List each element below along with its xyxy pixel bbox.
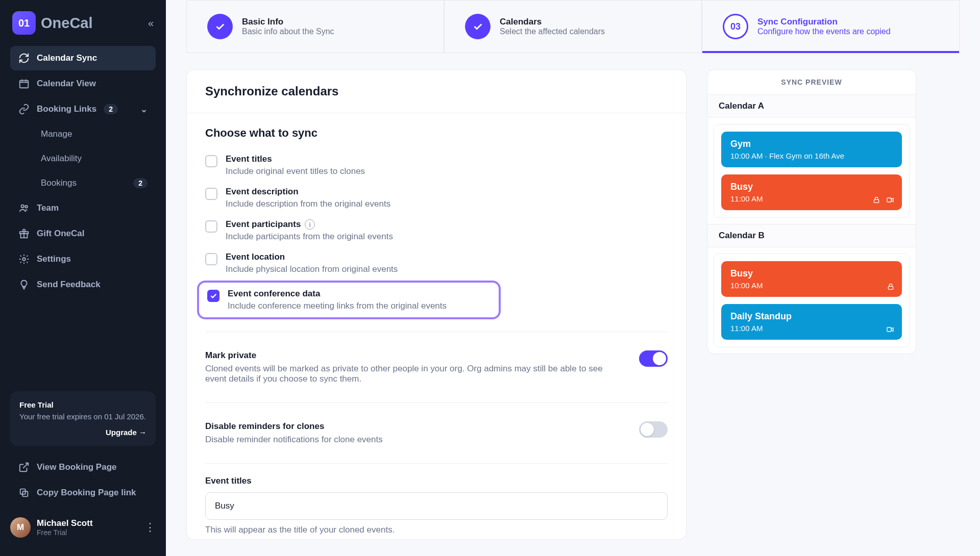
- chevron-left-icon: «: [148, 17, 154, 29]
- nav-booking-links[interactable]: Booking Links 2 ⌄: [10, 97, 156, 121]
- divider: [205, 402, 668, 403]
- step-title: Sync Configuration: [757, 17, 891, 27]
- view-booking-page-link[interactable]: View Booking Page: [10, 455, 156, 479]
- sidebar: 01 OneCal « Calendar Sync Calendar View …: [0, 0, 166, 556]
- option-event-titles: Event titles Include original event titl…: [205, 149, 668, 182]
- event-titles-label: Event titles: [205, 476, 668, 486]
- nav-gift[interactable]: Gift OneCal: [10, 221, 156, 246]
- sidebar-bottom: View Booking Page Copy Booking Page link: [0, 455, 166, 506]
- event-gym: Gym 10:00 AM · Flex Gym on 16th Ave: [721, 132, 902, 167]
- card-title: Synchronize calendars: [205, 84, 668, 98]
- choose-title: Choose what to sync: [205, 127, 668, 140]
- nav-calendar-sync[interactable]: Calendar Sync: [10, 46, 156, 70]
- nav-label: Send Feedback: [37, 280, 101, 290]
- nav-label: View Booking Page: [37, 462, 117, 472]
- user-name: Michael Scott: [37, 518, 93, 528]
- user-menu-button[interactable]: ⋮: [144, 521, 156, 534]
- nav-label: Bookings: [41, 178, 77, 188]
- event-title: Busy: [730, 268, 893, 279]
- logo-row: 01 OneCal «: [0, 11, 166, 46]
- video-icon: [886, 325, 895, 334]
- nav-manage[interactable]: Manage: [33, 122, 156, 146]
- info-icon[interactable]: i: [305, 219, 315, 230]
- nav: Calendar Sync Calendar View Booking Link…: [0, 46, 166, 391]
- chevron-down-icon: ⌄: [140, 104, 148, 115]
- mark-private-toggle[interactable]: [639, 350, 668, 367]
- copy-booking-link[interactable]: Copy Booking Page link: [10, 481, 156, 505]
- mark-private-row: Mark private Cloned events will be marke…: [205, 344, 668, 390]
- logo[interactable]: 01 OneCal: [12, 11, 93, 35]
- lock-icon: [887, 283, 895, 291]
- event-time: 10:00 AM: [730, 281, 893, 290]
- svg-rect-9: [887, 198, 891, 202]
- checkbox-event-titles[interactable]: [205, 155, 217, 167]
- step-check-icon: [465, 14, 491, 39]
- nav-label: Copy Booking Page link: [37, 488, 136, 498]
- step-check-icon: [207, 14, 233, 39]
- upgrade-link[interactable]: Upgrade →: [19, 428, 146, 437]
- checkbox-event-description[interactable]: [205, 188, 217, 200]
- nav-label: Gift OneCal: [37, 229, 85, 239]
- toggle-title: Mark private: [205, 350, 625, 361]
- nav-label: Calendar Sync: [37, 53, 97, 63]
- nav-availability[interactable]: Availability: [33, 147, 156, 170]
- toggle-title: Disable reminders for clones: [205, 421, 625, 432]
- card-header: Synchronize calendars: [187, 70, 686, 113]
- lightbulb-icon: [18, 279, 30, 290]
- nav-booking-sub: Manage Availability Bookings 2: [10, 122, 156, 195]
- option-event-description: Event description Include description fr…: [205, 182, 668, 214]
- option-title: Event titles: [226, 154, 365, 164]
- nav-settings[interactable]: Settings: [10, 247, 156, 271]
- nav-feedback[interactable]: Send Feedback: [10, 272, 156, 297]
- event-titles-input[interactable]: [205, 492, 668, 520]
- nav-label: Manage: [41, 129, 72, 139]
- badge: 2: [133, 178, 148, 188]
- step-sub: Configure how the events are copied: [757, 27, 891, 36]
- option-title: Event location: [226, 252, 398, 262]
- event-title: Daily Standup: [730, 311, 893, 322]
- card-body: Choose what to sync Event titles Include…: [187, 113, 686, 553]
- nav-calendar-view[interactable]: Calendar View: [10, 71, 156, 96]
- collapse-sidebar-button[interactable]: «: [148, 17, 154, 29]
- svg-point-5: [22, 258, 26, 261]
- avatar: M: [10, 517, 31, 538]
- logo-badge: 01: [12, 11, 36, 35]
- nav-label: Team: [37, 203, 59, 213]
- event-time: 10:00 AM · Flex Gym on 16th Ave: [730, 151, 893, 160]
- toggle-sub: Cloned events will be marked as private …: [205, 364, 625, 384]
- trial-box: Free Trial Your free trial expires on 01…: [10, 391, 156, 446]
- checkbox-event-conference[interactable]: [207, 290, 219, 302]
- content-row: Synchronize calendars Choose what to syn…: [166, 53, 980, 556]
- sync-settings-card: Synchronize calendars Choose what to syn…: [186, 69, 687, 540]
- user-row[interactable]: M Michael Scott Free Trial ⋮: [0, 510, 166, 545]
- nav-team[interactable]: Team: [10, 196, 156, 220]
- trial-text: Your free trial expires on 01 Jul 2026.: [19, 412, 146, 421]
- event-busy: Busy 10:00 AM: [721, 261, 902, 297]
- event-time: 11:00 AM: [730, 324, 893, 333]
- event-standup: Daily Standup 11:00 AM: [721, 304, 902, 340]
- nav-label: Booking Links: [37, 104, 96, 114]
- event-title: Busy: [730, 182, 893, 192]
- preview-header: SYNC PREVIEW: [707, 70, 916, 94]
- step-sync-config[interactable]: 03 Sync Configuration Configure how the …: [702, 0, 960, 53]
- calendar-b-section: Calendar B Busy 10:00 AM Daily Standup 1…: [707, 224, 916, 347]
- option-title: Event description: [226, 187, 390, 197]
- checkbox-event-location[interactable]: [205, 253, 217, 265]
- option-title-text: Event participants: [226, 219, 301, 230]
- option-conference-highlight: Event conference data Include conference…: [197, 281, 501, 319]
- calendar-icon: [18, 78, 30, 89]
- nav-bookings[interactable]: Bookings 2: [33, 171, 156, 195]
- svg-rect-0: [20, 81, 29, 88]
- option-event-conference: Event conference data Include conference…: [203, 289, 493, 311]
- option-title: Event conference data: [228, 289, 447, 299]
- step-title: Calendars: [500, 17, 605, 27]
- step-basic-info[interactable]: Basic Info Basic info about the Sync: [186, 0, 444, 53]
- option-sub: Include participants from the original e…: [226, 232, 393, 242]
- option-sub: Include physical location from original …: [226, 264, 398, 274]
- step-calendars[interactable]: Calendars Select the affected calendars: [444, 0, 702, 53]
- step-sub: Select the affected calendars: [500, 27, 605, 36]
- calendar-name: Calendar A: [707, 94, 916, 118]
- option-event-participants: Event participants i Include participant…: [205, 214, 668, 247]
- disable-reminders-toggle[interactable]: [639, 421, 668, 438]
- checkbox-event-participants[interactable]: [205, 220, 217, 233]
